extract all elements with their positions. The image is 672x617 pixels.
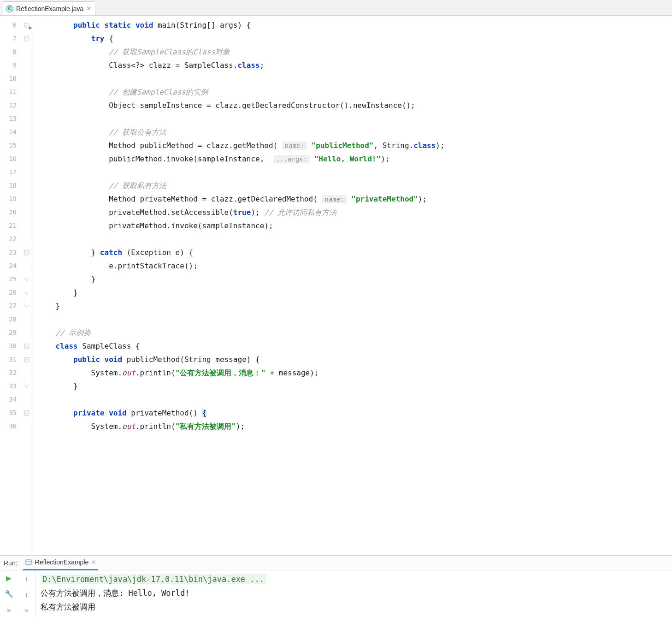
fold-column (22, 16, 31, 555)
down-button[interactable]: ↓ (18, 586, 36, 602)
up-button[interactable]: ↑ (18, 570, 36, 586)
run-label: Run: (4, 559, 18, 567)
editor-tab-bar: C ReflectionExample.java ✕ (0, 0, 672, 16)
run-config-name: ReflectionExample (35, 558, 89, 566)
more-button-2[interactable]: » (18, 602, 36, 617)
run-tool-window: Run: ReflectionExample ✕ ▶ ↑ 🔧 ↓ » » D:\… (0, 555, 672, 617)
close-icon[interactable]: ✕ (86, 5, 91, 12)
run-toolbar: ▶ ↑ 🔧 ↓ » » (0, 570, 36, 617)
line-number-gutter: 6▶78910111213141516171819202122232425262… (0, 16, 22, 555)
close-icon[interactable]: ✕ (91, 559, 96, 565)
run-tab-icon (25, 558, 32, 566)
java-class-icon: C (6, 5, 13, 12)
run-header: Run: ReflectionExample ✕ (0, 556, 672, 570)
console-output[interactable]: D:\Enviroment\java\jdk-17.0.11\bin\java.… (36, 570, 672, 617)
svg-rect-12 (26, 560, 31, 564)
file-tab[interactable]: C ReflectionExample.java ✕ (3, 1, 95, 15)
rerun-button[interactable]: ▶ (0, 570, 18, 586)
file-tab-label: ReflectionExample.java (16, 5, 83, 12)
run-config-tab[interactable]: ReflectionExample ✕ (23, 556, 98, 570)
code-area[interactable]: public static void main(String[] args) {… (38, 16, 672, 555)
more-button[interactable]: » (0, 602, 18, 617)
wrench-icon[interactable]: 🔧 (0, 586, 18, 602)
code-editor[interactable]: 6▶78910111213141516171819202122232425262… (0, 16, 672, 555)
